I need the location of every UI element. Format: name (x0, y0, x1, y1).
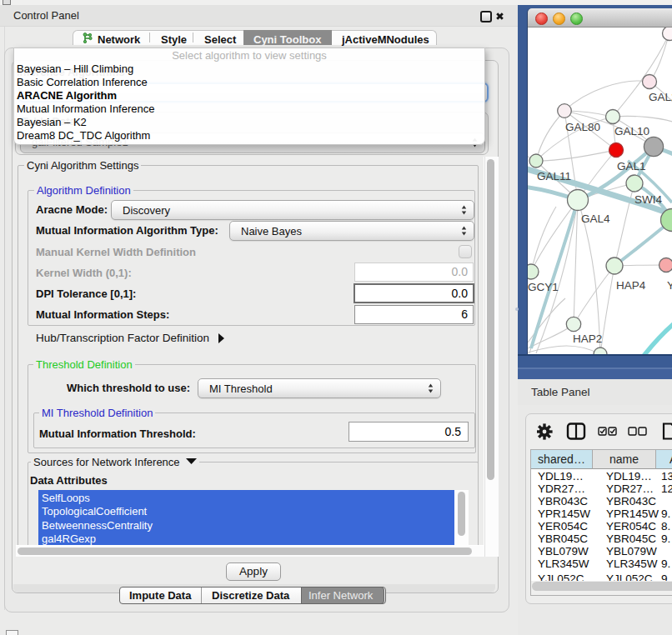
svg-text:SWI4: SWI4 (634, 193, 662, 206)
svg-text:HAP4: HAP4 (616, 279, 646, 292)
svg-text:Y: Y (667, 279, 672, 292)
svg-text:GAL2: GAL2 (649, 91, 672, 103)
svg-text:HAP2: HAP2 (573, 332, 602, 345)
svg-text:GCY1: GCY1 (528, 281, 559, 293)
svg-text:GAL1: GAL1 (617, 160, 646, 172)
svg-text:GAL80: GAL80 (565, 121, 600, 133)
svg-text:GAL4: GAL4 (581, 212, 610, 225)
svg-text:GAL10: GAL10 (614, 125, 649, 138)
svg-text:GAL11: GAL11 (537, 170, 571, 182)
